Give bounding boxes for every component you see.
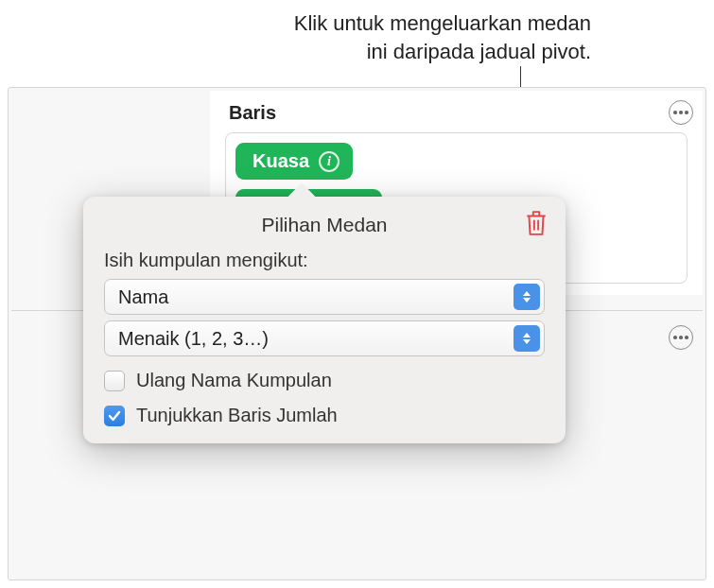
callout-text-line2: ini daripada jadual pivot. [367, 40, 591, 63]
checkbox-label: Tunjukkan Baris Jumlah [136, 405, 338, 426]
select-value: Menaik (1, 2, 3…) [118, 328, 269, 350]
field-options-popover: Pilihan Medan Isih kumpulan mengikut: Na… [83, 197, 566, 443]
sort-by-label: Isih kumpulan mengikut: [104, 250, 545, 271]
field-pill-label: Kuasa [253, 150, 309, 172]
ellipsis-icon [673, 111, 688, 114]
more-options-button[interactable] [669, 100, 693, 125]
callout-text-line1: Klik untuk mengeluarkan medan [294, 11, 591, 35]
chevron-updown-icon [514, 325, 540, 352]
check-icon [108, 409, 121, 423]
info-icon[interactable]: i [319, 151, 340, 172]
section-title: Baris [229, 102, 276, 124]
sort-field-select[interactable]: Nama [104, 279, 545, 315]
show-totals-checkbox[interactable] [104, 406, 125, 426]
select-value: Nama [118, 286, 168, 308]
checkbox-row-repeat: Ulang Nama Kumpulan [104, 370, 545, 391]
ellipsis-icon [673, 336, 688, 339]
trash-icon [524, 210, 549, 236]
sort-order-select[interactable]: Menaik (1, 2, 3…) [104, 320, 545, 356]
repeat-group-names-checkbox[interactable] [104, 371, 125, 391]
chevron-updown-icon [514, 284, 540, 310]
section-header: Baris [210, 91, 703, 132]
more-options-button-2[interactable] [669, 325, 693, 350]
checkbox-row-totals: Tunjukkan Baris Jumlah [104, 405, 545, 426]
callout-annotation: Klik untuk mengeluarkan medan ini daripa… [123, 9, 591, 65]
checkbox-label: Ulang Nama Kumpulan [136, 370, 332, 391]
delete-field-button[interactable] [524, 210, 549, 236]
field-pill-kuasa[interactable]: Kuasa i [235, 143, 353, 180]
popover-title: Pilihan Medan [104, 214, 545, 236]
